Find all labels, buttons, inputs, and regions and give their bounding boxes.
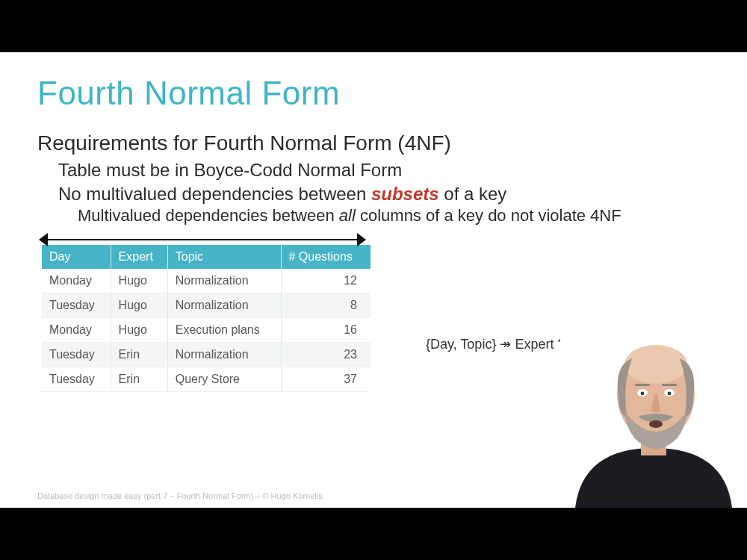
slide-footer: Database design made easy (part 7 – Four… — [37, 491, 323, 500]
requirements-heading: Requirements for Fourth Normal Form (4NF… — [37, 131, 710, 155]
requirement-1: Table must be in Boyce-Codd Normal Form — [58, 160, 710, 181]
col-day: Day — [42, 245, 111, 269]
col-topic: Topic — [167, 245, 281, 269]
req2-emphasis: subsets — [371, 184, 439, 204]
example-table: Day Expert Topic # Questions Monday Hugo… — [42, 245, 371, 392]
svg-point-6 — [641, 392, 645, 396]
svg-rect-9 — [662, 384, 677, 386]
table-row: Monday Hugo Normalization 12 — [42, 269, 371, 293]
slide-title: Fourth Normal Form — [37, 75, 710, 112]
req3-post: columns of a key do not violate 4NF — [356, 206, 622, 225]
req2-pre: No multivalued dependencies between — [58, 184, 371, 204]
svg-rect-8 — [635, 384, 650, 386]
double-arrow — [42, 233, 363, 246]
svg-point-10 — [649, 420, 663, 428]
requirement-3: Multivalued dependencies between all col… — [78, 206, 710, 225]
table-row: Monday Hugo Execution plans 16 — [42, 318, 371, 343]
col-expert: Expert — [111, 245, 167, 269]
table-row: Tuesday Hugo Normalization 8 — [42, 293, 371, 318]
col-questions: # Questions — [281, 245, 371, 269]
table-row: Tuesday Erin Normalization 23 — [42, 343, 371, 367]
table-row: Tuesday Erin Query Store 37 — [42, 367, 371, 392]
presenter-webcam — [560, 306, 747, 508]
req3-pre: Multivalued dependencies between — [78, 206, 339, 225]
req2-post: of a key — [439, 184, 507, 204]
svg-point-3 — [624, 345, 687, 384]
req3-emphasis: all — [339, 206, 356, 225]
requirement-2: No multivalued dependencies between subs… — [58, 184, 710, 205]
svg-point-7 — [668, 392, 672, 396]
